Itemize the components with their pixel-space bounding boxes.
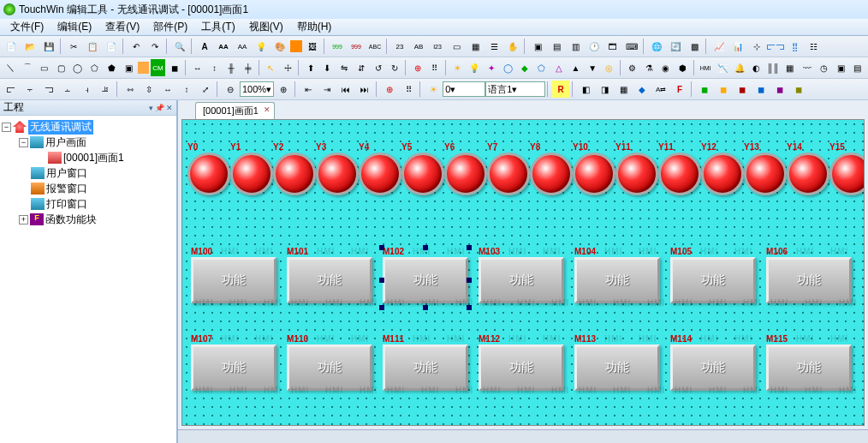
pic-icon[interactable]	[138, 62, 149, 74]
misc2-icon[interactable]: ▤	[850, 59, 865, 76]
sun2-icon[interactable]: ☀	[425, 81, 442, 98]
tree-function-blocks[interactable]: 函数功能块	[45, 213, 97, 227]
bulb2-icon[interactable]: 💡	[467, 59, 482, 76]
last-icon[interactable]: ⏭	[356, 81, 373, 98]
indicator-lamp[interactable]	[744, 153, 787, 195]
trend2-icon[interactable]: 〰	[800, 59, 815, 76]
move-icon[interactable]: ☩	[280, 59, 295, 76]
flip-v-icon[interactable]: ⇵	[354, 59, 369, 76]
green-box-icon[interactable]: 999	[329, 38, 346, 55]
rec-icon[interactable]: R	[552, 81, 569, 98]
dots-icon[interactable]: ⠿	[427, 59, 443, 76]
rrect-icon[interactable]: ▢	[53, 59, 68, 76]
indicator-lamp[interactable]	[230, 153, 273, 195]
tree-toggle[interactable]: −	[19, 138, 28, 147]
tree-print-windows[interactable]: 打印窗口	[46, 197, 87, 212]
new-icon[interactable]: 📄	[3, 38, 20, 55]
same-w-icon[interactable]: ↔	[159, 81, 176, 98]
redo-icon[interactable]: ↷	[146, 38, 163, 55]
b3-icon[interactable]: ◼	[734, 81, 751, 98]
num-23-icon[interactable]: 23	[391, 38, 408, 55]
tree-toggle[interactable]: +	[19, 215, 28, 224]
time-icon[interactable]: 🕐	[586, 38, 603, 55]
menu-view[interactable]: 查看(V)	[98, 18, 146, 36]
b1-icon[interactable]: ◼	[696, 81, 713, 98]
selection-handle[interactable]	[379, 278, 384, 283]
hand-icon[interactable]: ✋	[504, 38, 521, 55]
tool-a1-icon[interactable]: ◧	[577, 81, 594, 98]
b2-icon[interactable]: ◼	[715, 81, 732, 98]
chart-line-icon[interactable]: 📈	[710, 38, 728, 55]
table2-icon[interactable]: ▦	[782, 59, 798, 76]
rot-r-icon[interactable]: ↻	[388, 59, 403, 76]
indicator-lamp[interactable]	[401, 153, 444, 195]
zoom-combo[interactable]: 100% ▾	[240, 81, 274, 97]
input-icon[interactable]: ▭	[448, 38, 465, 55]
function-button[interactable]: 功能	[766, 257, 852, 303]
design-canvas[interactable]: Y0Y1Y2Y3Y4Y5Y6Y7Y8Y10Y11Y11Y12Y13Y14Y15M…	[181, 119, 865, 426]
indicator-lamp[interactable]	[444, 153, 487, 195]
tree-user-windows[interactable]: 用户窗口	[46, 166, 87, 181]
panel2-icon[interactable]: ▤	[548, 38, 565, 55]
indicator-lamp[interactable]	[316, 153, 359, 195]
prev-icon[interactable]: ⇤	[300, 81, 317, 98]
arrow-dn-icon[interactable]: ⬇	[320, 59, 336, 76]
rect-fill-icon[interactable]	[290, 40, 302, 52]
tree-root[interactable]: 无线通讯调试	[28, 120, 93, 135]
font-aa-icon[interactable]: AA	[215, 38, 232, 55]
meter-icon[interactable]: ◐	[749, 59, 764, 76]
menu-edit[interactable]: 编辑(E)	[51, 18, 98, 36]
same-h-icon[interactable]: ↕	[178, 81, 195, 98]
list-icon[interactable]: ☰	[485, 38, 502, 55]
shape2-icon[interactable]: ▼	[585, 59, 600, 76]
alarm-icon[interactable]: 🔔	[732, 59, 747, 76]
f-icon[interactable]: F	[671, 81, 688, 98]
aux2-icon[interactable]: ╪	[241, 59, 256, 76]
menu-file[interactable]: 文件(F)	[3, 18, 51, 36]
cm-icon[interactable]: CM	[151, 59, 166, 76]
ellipse-icon[interactable]: ◯	[70, 59, 86, 76]
tab-screen1[interactable]: [00001]画面1 ✕	[195, 102, 275, 119]
hmi-icon[interactable]: HMI	[698, 59, 713, 76]
grid2-icon[interactable]: ⠿	[400, 81, 417, 98]
copy-icon[interactable]: 📋	[84, 38, 101, 55]
first-icon[interactable]: ⏮	[337, 81, 354, 98]
function-button[interactable]: 功能	[191, 344, 276, 391]
rect-icon[interactable]: ▭	[37, 59, 52, 76]
selection-handle[interactable]	[467, 305, 472, 310]
chart-trend-icon[interactable]: ⫍⫎	[767, 38, 784, 55]
function-button[interactable]: 功能	[574, 344, 660, 391]
block-icon[interactable]: ◼	[167, 59, 182, 76]
color-wheel-icon[interactable]: 🎨	[271, 38, 288, 55]
tree-user-screens[interactable]: 用户画面	[45, 135, 86, 150]
menu-help[interactable]: 帮助(H)	[290, 18, 339, 36]
align-r-icon[interactable]: ⫎	[40, 81, 57, 98]
function-button[interactable]: 功能	[766, 344, 852, 391]
chart-misc-icon[interactable]: ☷	[805, 38, 822, 55]
next-icon[interactable]: ⇥	[318, 81, 336, 98]
font-a-icon[interactable]: A	[196, 38, 213, 55]
panel-menu-icon[interactable]: ▾	[149, 104, 153, 112]
shape1-icon[interactable]: ▲	[568, 59, 584, 76]
b6-icon[interactable]: ◼	[790, 81, 807, 98]
sun-icon[interactable]: ☀	[449, 59, 465, 76]
function-button[interactable]: 功能	[670, 257, 756, 303]
indicator-lamp[interactable]	[530, 153, 573, 195]
pentagon-icon[interactable]: ⬠	[534, 59, 550, 76]
scrollbar-v-icon[interactable]: ↕	[207, 59, 223, 76]
chart-bars2-icon[interactable]: ⣿	[786, 38, 803, 55]
same-wh-icon[interactable]: ⤢	[197, 81, 214, 98]
chart-bar-icon[interactable]: 📊	[729, 38, 746, 55]
diamond-icon[interactable]: ◆	[517, 59, 532, 76]
target-icon[interactable]: ⊕	[410, 59, 425, 76]
indicator-lamp[interactable]	[615, 153, 658, 195]
function-button[interactable]: 功能	[383, 257, 468, 303]
align-b-icon[interactable]: ⫡	[97, 81, 114, 98]
indicator-lamp[interactable]	[829, 153, 865, 195]
selection-handle[interactable]	[467, 245, 472, 250]
function-button[interactable]: 功能	[479, 344, 564, 391]
open-icon[interactable]: 📂	[21, 38, 39, 55]
valve2-icon[interactable]: ⚗	[641, 59, 657, 76]
key-icon[interactable]: ⌨	[623, 38, 640, 55]
star-icon[interactable]: ✦	[484, 59, 499, 76]
